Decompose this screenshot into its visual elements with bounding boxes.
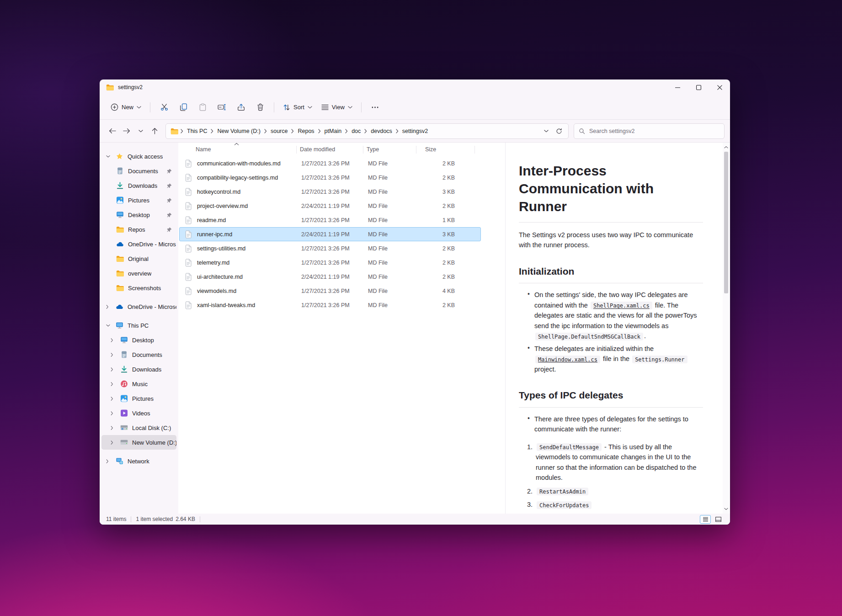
sidebar-item-original[interactable]: Original: [101, 251, 176, 266]
chevron-right-icon[interactable]: [111, 366, 116, 372]
column-header-size[interactable]: Size: [419, 146, 453, 153]
sidebar-item-pc-desktop[interactable]: Desktop: [101, 333, 176, 347]
scrollbar-thumb[interactable]: [724, 152, 728, 293]
delete-button[interactable]: [251, 100, 269, 115]
chevron-down-icon[interactable]: [106, 323, 112, 328]
sidebar-item-pc-downloads[interactable]: Downloads: [101, 362, 176, 377]
sidebar-item-repos[interactable]: Repos: [101, 222, 176, 237]
column-header-name[interactable]: Name: [196, 146, 300, 153]
table-row[interactable]: telemetry.md 1/27/2021 3:26 PM MD File 2…: [179, 255, 481, 270]
column-divider[interactable]: [296, 146, 297, 154]
copy-icon: [180, 103, 187, 111]
breadcrumb-item[interactable]: New Volume (D:): [214, 126, 263, 136]
breadcrumb-chevron[interactable]: [318, 129, 321, 133]
table-row[interactable]: settings-utilities.md 1/27/2021 3:26 PM …: [179, 241, 481, 255]
table-row[interactable]: viewmodels.md 1/27/2021 3:26 PM MD File …: [179, 284, 481, 298]
code-link[interactable]: Mainwindow.xaml.cs: [535, 356, 600, 363]
breadcrumb-item[interactable]: devdocs: [368, 126, 395, 136]
table-row[interactable]: project-overview.md 2/24/2021 1:19 PM MD…: [179, 199, 481, 213]
breadcrumb-chevron[interactable]: [345, 129, 348, 133]
table-row[interactable]: xaml-island-tweaks.md 1/27/2021 3:26 PM …: [179, 298, 481, 312]
chevron-right-icon[interactable]: [106, 304, 112, 309]
back-button[interactable]: [105, 124, 119, 138]
sidebar-item-downloads[interactable]: Downloads: [101, 178, 176, 193]
sidebar-item-this-pc[interactable]: This PC: [101, 318, 176, 333]
table-row-selected[interactable]: runner-ipc.md 2/24/2021 1:19 PM MD File …: [179, 227, 481, 241]
share-button[interactable]: [232, 100, 250, 115]
see-more-button[interactable]: [367, 100, 384, 115]
close-button[interactable]: [709, 80, 730, 95]
search-box[interactable]: [574, 123, 725, 139]
breadcrumb-item[interactable]: doc: [348, 126, 364, 136]
up-button[interactable]: [148, 124, 162, 138]
breadcrumb-chevron[interactable]: [181, 129, 183, 133]
chevron-right-icon[interactable]: [111, 410, 116, 416]
sidebar-item-onedrive[interactable]: OneDrive - Microsof: [101, 299, 176, 314]
sidebar-item-pc-videos[interactable]: Videos: [101, 406, 176, 420]
breadcrumb-chevron[interactable]: [211, 129, 213, 133]
column-header-type[interactable]: Type: [367, 146, 419, 153]
breadcrumb-chevron[interactable]: [291, 129, 294, 133]
breadcrumb-chevron[interactable]: [364, 129, 367, 133]
chevron-right-icon[interactable]: [111, 352, 116, 357]
scroll-up-button[interactable]: [723, 143, 730, 151]
sidebar-item-overview[interactable]: overview: [101, 266, 176, 281]
table-row[interactable]: compatibility-legacy-settings.md 1/27/20…: [179, 170, 481, 185]
rename-button[interactable]: [213, 100, 230, 115]
large-thumbnails-view-toggle[interactable]: [713, 515, 724, 524]
maximize-button[interactable]: [688, 80, 709, 95]
table-row[interactable]: readme.md 1/27/2021 3:26 PM MD File 1 KB: [179, 213, 481, 227]
sidebar-item-new-volume-d[interactable]: New Volume (D:): [101, 435, 176, 450]
chevron-down-icon[interactable]: [106, 154, 112, 159]
sidebar-item-pc-pictures[interactable]: Pictures: [101, 391, 176, 406]
code-link[interactable]: ShellPage.xaml.cs: [591, 302, 652, 309]
scroll-down-button[interactable]: [723, 505, 730, 513]
copy-button[interactable]: [175, 100, 192, 115]
column-divider[interactable]: [363, 146, 363, 154]
cut-button[interactable]: [155, 100, 173, 115]
sidebar-item-desktop[interactable]: Desktop: [101, 207, 176, 222]
chevron-right-icon[interactable]: [106, 458, 112, 464]
address-dropdown-button[interactable]: [540, 125, 553, 138]
paste-button[interactable]: [194, 100, 211, 115]
table-row[interactable]: communication-with-modules.md 1/27/2021 …: [179, 156, 481, 170]
sidebar-item-documents[interactable]: Documents: [101, 164, 176, 178]
breadcrumb-chevron[interactable]: [264, 129, 267, 133]
new-button[interactable]: New: [106, 100, 146, 114]
sidebar-item-onedrive-qa[interactable]: OneDrive - Micros: [101, 237, 176, 251]
breadcrumb-item[interactable]: settingsv2: [399, 126, 431, 136]
forward-button[interactable]: [119, 124, 133, 138]
sidebar-item-pc-music[interactable]: Music: [101, 377, 176, 391]
preview-scrollbar[interactable]: [723, 143, 730, 514]
sort-button[interactable]: Sort: [278, 101, 317, 114]
breadcrumb-chevron[interactable]: [396, 129, 399, 133]
sidebar-item-network[interactable]: Network: [101, 454, 176, 468]
sidebar-item-local-disk-c[interactable]: Local Disk (C:): [101, 420, 176, 435]
chevron-right-icon[interactable]: [111, 396, 116, 401]
chevron-right-icon[interactable]: [111, 381, 116, 387]
titlebar[interactable]: settingsv2: [100, 80, 730, 95]
sidebar-item-pc-documents[interactable]: Documents: [101, 347, 176, 362]
refresh-button[interactable]: [553, 125, 565, 138]
chevron-right-icon[interactable]: [111, 425, 116, 430]
column-divider[interactable]: [416, 146, 416, 154]
column-header-date-modified[interactable]: Date modified: [300, 146, 367, 153]
sidebar-item-screenshots[interactable]: Screenshots: [101, 281, 176, 295]
table-row[interactable]: ui-architecture.md 2/24/2021 1:19 PM MD …: [179, 270, 481, 284]
minimize-button[interactable]: [667, 80, 688, 95]
search-input[interactable]: [589, 128, 719, 134]
breadcrumb[interactable]: This PC New Volume (D:) source Repos ptM…: [165, 123, 569, 139]
table-row[interactable]: hotkeycontrol.md 1/27/2021 3:26 PM MD Fi…: [179, 185, 481, 199]
chevron-right-icon[interactable]: [111, 440, 116, 445]
sidebar-item-quick-access[interactable]: Quick access: [101, 149, 176, 164]
recent-locations-button[interactable]: [133, 124, 148, 138]
column-divider[interactable]: [474, 146, 475, 154]
view-button[interactable]: View: [317, 101, 357, 114]
details-view-toggle[interactable]: [700, 515, 711, 524]
chevron-right-icon[interactable]: [111, 337, 116, 343]
sidebar-item-pictures[interactable]: Pictures: [101, 193, 176, 207]
breadcrumb-item[interactable]: source: [267, 126, 291, 136]
breadcrumb-item[interactable]: Repos: [294, 126, 317, 136]
breadcrumb-item[interactable]: This PC: [184, 126, 210, 136]
breadcrumb-item[interactable]: ptMain: [321, 126, 345, 136]
